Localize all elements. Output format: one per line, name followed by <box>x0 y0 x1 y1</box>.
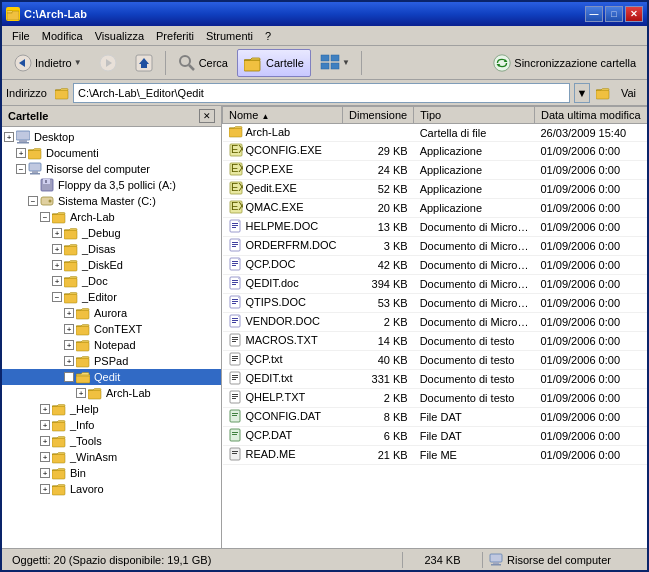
tree-item-disas[interactable]: +_Disas <box>2 241 221 257</box>
tree-item-bin[interactable]: +Bin <box>2 465 221 481</box>
tree-expand-risorse[interactable]: − <box>16 164 26 174</box>
tree-expand-editor[interactable]: − <box>52 292 62 302</box>
menu-visualizza[interactable]: Visualizza <box>89 28 150 44</box>
file-row[interactable]: EXEQMAC.EXE20 KBApplicazione01/09/2006 0… <box>223 199 648 218</box>
tree-expand-aurora[interactable]: + <box>64 308 74 318</box>
svg-rect-24 <box>28 150 41 159</box>
view-dropdown-icon[interactable]: ▼ <box>342 58 350 67</box>
tree-expand-documenti[interactable]: + <box>16 148 26 158</box>
folder-tree: +Desktop+Documenti−Risorse del computerF… <box>2 127 221 548</box>
tree-expand-bin[interactable]: + <box>40 468 50 478</box>
file-scroll[interactable]: Nome ▲ Dimensione Tipo Data ultima modif… <box>222 106 647 548</box>
file-row[interactable]: HELPME.DOC13 KBDocumento di Micro…01/09/… <box>223 218 648 237</box>
tree-item-debug[interactable]: +_Debug <box>2 225 221 241</box>
view-button[interactable]: ▼ <box>313 49 357 77</box>
tree-item-tools[interactable]: +_Tools <box>2 433 221 449</box>
file-row[interactable]: READ.ME21 KBFile ME01/09/2006 0:00 <box>223 446 648 465</box>
file-type-cell: Documento di Micro… <box>414 294 535 313</box>
file-type-cell: File DAT <box>414 408 535 427</box>
file-row[interactable]: ORDERFRM.DOC3 KBDocumento di Micro…01/09… <box>223 237 648 256</box>
tree-expand-qedit[interactable]: − <box>64 372 74 382</box>
file-row[interactable]: VENDOR.DOC2 KBDocumento di Micro…01/09/2… <box>223 313 648 332</box>
file-row[interactable]: QEDIT.txt331 KBDocumento di testo01/09/2… <box>223 370 648 389</box>
menu-strumenti[interactable]: Strumenti <box>200 28 259 44</box>
file-row[interactable]: QCP.DOC42 KBDocumento di Micro…01/09/200… <box>223 256 648 275</box>
tree-expand-tools[interactable]: + <box>40 436 50 446</box>
file-date-cell: 01/09/2006 0:00 <box>534 351 647 370</box>
tree-item-context[interactable]: +ConTEXT <box>2 321 221 337</box>
tree-icon-risorse <box>28 162 42 176</box>
tree-expand-debug[interactable]: + <box>52 228 62 238</box>
tree-expand-pspad[interactable]: + <box>64 356 74 366</box>
menu-file[interactable]: File <box>6 28 36 44</box>
tree-item-aurora[interactable]: +Aurora <box>2 305 221 321</box>
tree-expand-notepad[interactable]: + <box>64 340 74 350</box>
tree-item-floppy[interactable]: Floppy da 3,5 pollici (A:) <box>2 177 221 193</box>
col-header-nome[interactable]: Nome ▲ <box>223 107 343 124</box>
tree-item-lavoro[interactable]: +Lavoro <box>2 481 221 497</box>
file-row[interactable]: EXEQCONFIG.EXE29 KBApplicazione01/09/200… <box>223 142 648 161</box>
file-row[interactable]: QCONFIG.DAT8 KBFile DAT01/09/2006 0:00 <box>223 408 648 427</box>
back-button[interactable]: Indietro ▼ <box>6 49 89 77</box>
tree-item-documenti[interactable]: +Documenti <box>2 145 221 161</box>
back-dropdown-icon[interactable]: ▼ <box>74 58 82 67</box>
tree-item-doc[interactable]: +_Doc <box>2 273 221 289</box>
col-header-dimensione[interactable]: Dimensione <box>343 107 414 124</box>
file-date-cell: 01/09/2006 0:00 <box>534 237 647 256</box>
tree-expand-lavoro[interactable]: + <box>40 484 50 494</box>
tree-item-notepad[interactable]: +Notepad <box>2 337 221 353</box>
tree-expand-disked[interactable]: + <box>52 260 62 270</box>
file-row[interactable]: EXEQedit.EXE52 KBApplicazione01/09/2006 … <box>223 180 648 199</box>
tree-item-help[interactable]: +_Help <box>2 401 221 417</box>
maximize-button[interactable]: □ <box>605 6 623 22</box>
tree-item-archlab[interactable]: −Arch-Lab <box>2 209 221 225</box>
file-row[interactable]: EXEQCP.EXE24 KBApplicazione01/09/2006 0:… <box>223 161 648 180</box>
tree-expand-winasm[interactable]: + <box>40 452 50 462</box>
tree-item-pspad[interactable]: +PSPad <box>2 353 221 369</box>
search-button[interactable]: Cerca <box>170 49 235 77</box>
address-dropdown[interactable]: ▼ <box>574 83 590 103</box>
menu-preferiti[interactable]: Preferiti <box>150 28 200 44</box>
close-button[interactable]: ✕ <box>625 6 643 22</box>
tree-expand-arch-lab-sub[interactable]: + <box>76 388 86 398</box>
tree-expand-sistema[interactable]: − <box>28 196 38 206</box>
menu-modifica[interactable]: Modifica <box>36 28 89 44</box>
file-row[interactable]: MACROS.TXT14 KBDocumento di testo01/09/2… <box>223 332 648 351</box>
tree-item-disked[interactable]: +_DiskEd <box>2 257 221 273</box>
folder-panel-close[interactable]: ✕ <box>199 109 215 123</box>
tree-item-winasm[interactable]: +_WinAsm <box>2 449 221 465</box>
tree-item-risorse[interactable]: −Risorse del computer <box>2 161 221 177</box>
file-row[interactable]: Arch-LabCartella di file26/03/2009 15:40 <box>223 124 648 142</box>
vai-button[interactable]: Vai <box>614 82 643 104</box>
tree-expand-info[interactable]: + <box>40 420 50 430</box>
tree-expand-doc[interactable]: + <box>52 276 62 286</box>
tree-expand-disas[interactable]: + <box>52 244 62 254</box>
tree-item-desktop[interactable]: +Desktop <box>2 129 221 145</box>
sync-button[interactable]: Sincronizzazione cartella <box>485 49 643 77</box>
tree-item-editor[interactable]: −_Editor <box>2 289 221 305</box>
col-header-data[interactable]: Data ultima modifica <box>534 107 647 124</box>
file-type-cell: Documento di testo <box>414 332 535 351</box>
tree-item-info[interactable]: +_Info <box>2 417 221 433</box>
tree-item-arch-lab-sub[interactable]: +Arch-Lab <box>2 385 221 401</box>
file-size-cell: 394 KB <box>343 275 414 294</box>
file-row[interactable]: QTIPS.DOC53 KBDocumento di Micro…01/09/2… <box>223 294 648 313</box>
col-header-tipo[interactable]: Tipo <box>414 107 535 124</box>
up-button[interactable] <box>127 49 161 77</box>
tree-expand-desktop[interactable]: + <box>4 132 14 142</box>
tree-expand-help[interactable]: + <box>40 404 50 414</box>
tree-item-qedit[interactable]: −Qedit <box>2 369 221 385</box>
forward-button[interactable] <box>91 49 125 77</box>
file-row[interactable]: QHELP.TXT2 KBDocumento di testo01/09/200… <box>223 389 648 408</box>
file-row[interactable]: QCP.txt40 KBDocumento di testo01/09/2006… <box>223 351 648 370</box>
tree-expand-context[interactable]: + <box>64 324 74 334</box>
file-row[interactable]: QCP.DAT6 KBFile DAT01/09/2006 0:00 <box>223 427 648 446</box>
tree-item-sistema[interactable]: −Sistema Master (C:) <box>2 193 221 209</box>
file-size-cell: 6 KB <box>343 427 414 446</box>
folders-button[interactable]: Cartelle <box>237 49 311 77</box>
minimize-button[interactable]: — <box>585 6 603 22</box>
file-row[interactable]: QEDIT.doc394 KBDocumento di Micro…01/09/… <box>223 275 648 294</box>
address-input[interactable] <box>73 83 570 103</box>
menu-help[interactable]: ? <box>259 28 277 44</box>
tree-expand-archlab[interactable]: − <box>40 212 50 222</box>
